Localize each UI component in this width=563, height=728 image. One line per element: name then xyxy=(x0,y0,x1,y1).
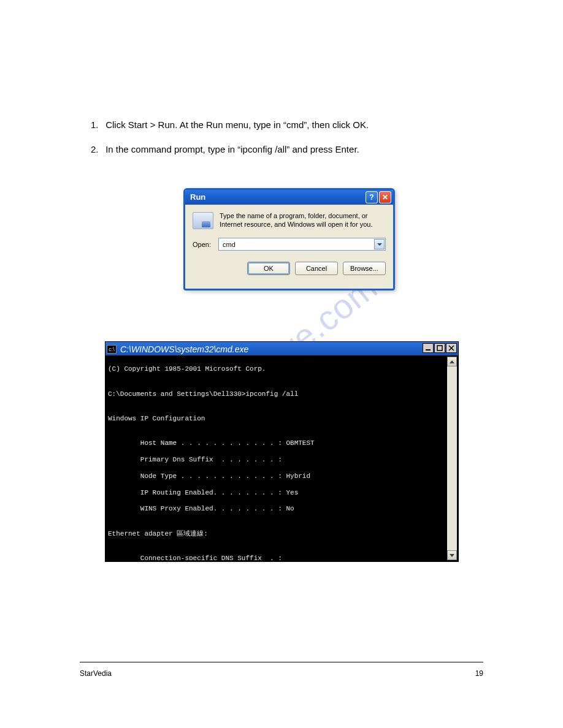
step-text: Click Start > Run. At the Run menu, type… xyxy=(105,119,369,130)
help-icon: ? xyxy=(369,193,373,202)
close-icon: ✕ xyxy=(382,193,388,202)
close-button[interactable] xyxy=(446,343,457,353)
ok-button[interactable]: OK xyxy=(247,262,290,275)
close-icon xyxy=(448,345,454,351)
close-button[interactable]: ✕ xyxy=(379,191,391,203)
cmd-titlebar-icon: c:\ xyxy=(107,345,117,354)
cmd-line: IP Routing Enabled. . . . . . . . : Yes xyxy=(108,489,457,497)
open-value: cmd xyxy=(223,241,236,248)
cmd-line: Host Name . . . . . . . . . . . . : OBMT… xyxy=(108,439,457,447)
doc-step-2: 2. In the command prompt, type in “ipcon… xyxy=(91,144,471,154)
run-instruction-text: Type the name of a program, folder, docu… xyxy=(220,212,386,229)
scroll-down-button[interactable] xyxy=(447,550,457,560)
minimize-button[interactable] xyxy=(423,343,434,353)
run-title-text: Run xyxy=(190,192,205,202)
svg-rect-0 xyxy=(426,349,431,351)
cancel-button[interactable]: Cancel xyxy=(295,262,338,275)
minimize-icon xyxy=(425,345,431,351)
doc-step-1: 1. Click Start > Run. At the Run menu, t… xyxy=(91,119,471,130)
cmd-line: Windows IP Configuration xyxy=(108,415,457,423)
cmd-window: c:\ C:\WINDOWS\system32\cmd.exe (C) Copy… xyxy=(105,341,459,562)
cmd-title-text: C:\WINDOWS\system32\cmd.exe xyxy=(120,344,248,354)
step-number: 2. xyxy=(91,144,103,154)
cmd-line: Primary Dns Suffix . . . . . . . : xyxy=(108,456,457,464)
step-text: In the command prompt, type in “ipconfig… xyxy=(105,144,359,154)
open-label: Open: xyxy=(193,241,213,248)
svg-rect-1 xyxy=(437,346,442,351)
step-number: 1. xyxy=(91,119,103,130)
footer-rule xyxy=(80,662,483,662)
run-program-icon xyxy=(193,212,213,229)
footer-page-number: 19 xyxy=(475,669,483,678)
dropdown-arrow-icon[interactable] xyxy=(374,239,385,249)
cmd-titlebar[interactable]: c:\ C:\WINDOWS\system32\cmd.exe xyxy=(105,342,458,355)
cmd-line: (C) Copyright 1985-2001 Microsoft Corp. xyxy=(108,365,457,373)
help-button[interactable]: ? xyxy=(366,191,378,203)
maximize-button[interactable] xyxy=(434,343,445,353)
run-dialog-window: Run ? ✕ Type the name of a program, fold… xyxy=(183,188,395,290)
cmd-line: Connection-specific DNS Suffix . : xyxy=(108,555,457,560)
cmd-line: C:\Documents and Settings\Dell330>ipconf… xyxy=(108,390,457,398)
run-titlebar[interactable]: Run ? ✕ xyxy=(185,190,393,205)
cmd-scrollbar[interactable] xyxy=(447,357,457,560)
cmd-output-area[interactable]: (C) Copyright 1985-2001 Microsoft Corp. … xyxy=(107,357,457,560)
cmd-line: WINS Proxy Enabled. . . . . . . . : No xyxy=(108,505,457,513)
scroll-track[interactable] xyxy=(447,366,457,550)
cmd-line: Node Type . . . . . . . . . . . . : Hybr… xyxy=(108,472,457,480)
cmd-line: Ethernet adapter 區域連線: xyxy=(108,530,457,538)
open-combobox[interactable]: cmd xyxy=(218,238,386,251)
maximize-icon xyxy=(437,345,443,351)
scroll-up-button[interactable] xyxy=(447,357,457,366)
browse-button[interactable]: Browse... xyxy=(343,262,386,275)
footer-left-text: StarVedia xyxy=(80,669,112,678)
